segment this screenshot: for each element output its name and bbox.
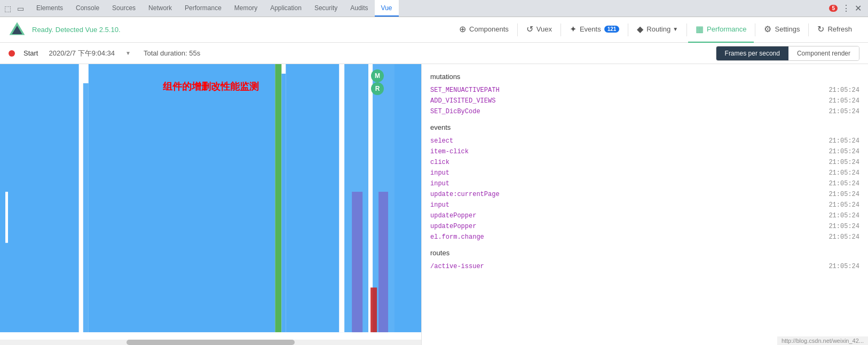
components-button[interactable]: ⊕ Components xyxy=(452,17,516,43)
events-icon: ✦ xyxy=(570,24,577,34)
event-time: 21:05:24 xyxy=(828,169,859,177)
mutation-name: ADD_VISITED_VIEWS xyxy=(430,97,828,105)
svg-rect-6 xyxy=(89,64,275,332)
event-row[interactable]: select 21:05:24 xyxy=(422,136,868,146)
tab-performance[interactable]: Performance xyxy=(178,0,228,17)
svg-rect-15 xyxy=(378,192,388,332)
event-time: 21:05:24 xyxy=(828,137,859,145)
tab-elements[interactable]: Elements xyxy=(30,0,69,17)
route-name: /active-issuer xyxy=(430,263,828,270)
event-time: 21:05:24 xyxy=(828,201,859,209)
tab-audits[interactable]: Audits xyxy=(344,0,374,17)
device-icon[interactable]: ▭ xyxy=(15,3,26,14)
performance-button[interactable]: ▦ Performance xyxy=(688,17,754,43)
event-name: input xyxy=(430,201,828,209)
tab-memory[interactable]: Memory xyxy=(228,0,264,17)
event-time: 21:05:24 xyxy=(828,191,859,198)
chart-title: 组件的增删改性能监测 xyxy=(163,80,259,93)
performance-icon: ▦ xyxy=(696,24,704,34)
event-row[interactable]: click 21:05:24 xyxy=(422,157,868,168)
events-badge: 121 xyxy=(604,26,620,33)
right-panel: mutations SET_MENUACTIVEPATH 21:05:24 AD… xyxy=(422,64,868,345)
separator5 xyxy=(755,23,755,36)
mutation-time: 21:05:24 xyxy=(828,97,859,105)
chart-scrollbar[interactable] xyxy=(0,340,421,345)
event-name: updatePopper xyxy=(430,212,828,219)
mutation-row[interactable]: ADD_VISITED_VIEWS 21:05:24 xyxy=(422,96,868,106)
event-row[interactable]: input 21:05:24 xyxy=(422,200,868,210)
events-header: events xyxy=(422,121,868,136)
svg-rect-10 xyxy=(339,64,344,332)
vue-status: Ready. Detected Vue 2.5.10. xyxy=(32,26,121,34)
svg-rect-8 xyxy=(281,74,286,332)
mutation-row[interactable]: SET_DicByCode 21:05:24 xyxy=(422,106,868,117)
event-time: 21:05:24 xyxy=(828,223,859,230)
event-row[interactable]: updatePopper 21:05:24 xyxy=(422,221,868,232)
component-view-button[interactable]: Component render xyxy=(788,46,859,60)
event-name: item-click xyxy=(430,148,828,155)
svg-rect-16 xyxy=(370,287,377,332)
view-toggle: Frames per second Component render xyxy=(716,46,859,61)
separator2 xyxy=(561,23,561,36)
event-row[interactable]: el.form.change 21:05:24 xyxy=(422,232,868,242)
event-row[interactable]: update:currentPage 21:05:24 xyxy=(422,189,868,200)
scrollbar-thumb[interactable] xyxy=(127,340,295,345)
mutation-time: 21:05:24 xyxy=(828,108,859,115)
tab-security[interactable]: Security xyxy=(308,0,344,17)
event-row[interactable]: input 21:05:24 xyxy=(422,178,868,189)
inspect-icon[interactable]: ⬚ xyxy=(2,3,13,14)
url-bar: http://blog.csdn.net/weixin_42... xyxy=(777,336,868,345)
more-icon[interactable]: ⋮ xyxy=(842,3,850,13)
separator3 xyxy=(628,23,628,36)
event-time: 21:05:24 xyxy=(828,180,859,187)
chart-area[interactable]: 组件的增删改性能监测 M R xyxy=(0,64,422,345)
svg-rect-12 xyxy=(352,192,362,332)
mutation-name: SET_DicByCode xyxy=(430,108,828,115)
start-label[interactable]: Start xyxy=(23,49,38,57)
svg-rect-9 xyxy=(286,64,344,332)
event-time: 21:05:24 xyxy=(828,148,859,155)
components-icon: ⊕ xyxy=(459,24,466,34)
mutation-time: 21:05:24 xyxy=(828,87,859,94)
marker-r: R xyxy=(371,82,384,95)
event-time: 21:05:24 xyxy=(828,233,859,241)
vue-toolbar: Ready. Detected Vue 2.5.10. ⊕ Components… xyxy=(0,17,868,43)
event-time: 21:05:24 xyxy=(828,212,859,219)
mutation-row[interactable]: SET_MENUACTIVEPATH 21:05:24 xyxy=(422,85,868,96)
refresh-button[interactable]: ↻ Refresh xyxy=(810,17,859,43)
performance-chart[interactable] xyxy=(0,64,421,345)
svg-rect-17 xyxy=(394,64,421,332)
vue-logo xyxy=(9,21,26,38)
mutations-header: mutations xyxy=(422,70,868,85)
event-time: 21:05:24 xyxy=(828,159,859,166)
event-name: update:currentPage xyxy=(430,191,828,198)
routing-button[interactable]: ◆ Routing ▼ xyxy=(629,17,685,43)
event-row[interactable]: input 21:05:24 xyxy=(422,168,868,178)
svg-rect-3 xyxy=(79,64,83,332)
event-name: updatePopper xyxy=(430,223,828,230)
tab-console[interactable]: Console xyxy=(69,0,106,17)
route-time: 21:05:24 xyxy=(828,263,859,270)
route-row[interactable]: /active-issuer 21:05:24 xyxy=(422,261,868,272)
recording-bar: Start 2020/2/7 下午9:04:34 ▼ Total duratio… xyxy=(0,43,868,64)
section-divider xyxy=(422,117,868,121)
tab-application[interactable]: Application xyxy=(264,0,308,17)
close-icon[interactable]: ✕ xyxy=(855,3,862,13)
svg-rect-7 xyxy=(275,64,281,332)
event-name: el.form.change xyxy=(430,233,828,241)
total-duration: Total duration: 55s xyxy=(144,49,200,57)
event-row[interactable]: updatePopper 21:05:24 xyxy=(422,210,868,221)
tab-vue[interactable]: Vue xyxy=(375,0,399,17)
recording-datetime: 2020/2/7 下午9:04:34 xyxy=(49,49,115,58)
tab-sources[interactable]: Sources xyxy=(106,0,142,17)
events-button[interactable]: ✦ Events 121 xyxy=(562,17,627,43)
devtools-tabbar: ⬚ ▭ Elements Console Sources Network Per… xyxy=(0,0,868,17)
event-row[interactable]: item-click 21:05:24 xyxy=(422,146,868,157)
datetime-dropdown[interactable]: ▼ xyxy=(125,50,131,56)
fps-view-button[interactable]: Frames per second xyxy=(716,46,788,60)
settings-icon: ⚙ xyxy=(764,24,771,34)
tab-network[interactable]: Network xyxy=(142,0,178,17)
settings-button[interactable]: ⚙ Settings xyxy=(756,17,807,43)
vuex-button[interactable]: ↺ Vuex xyxy=(519,17,559,43)
event-name: input xyxy=(430,180,828,187)
